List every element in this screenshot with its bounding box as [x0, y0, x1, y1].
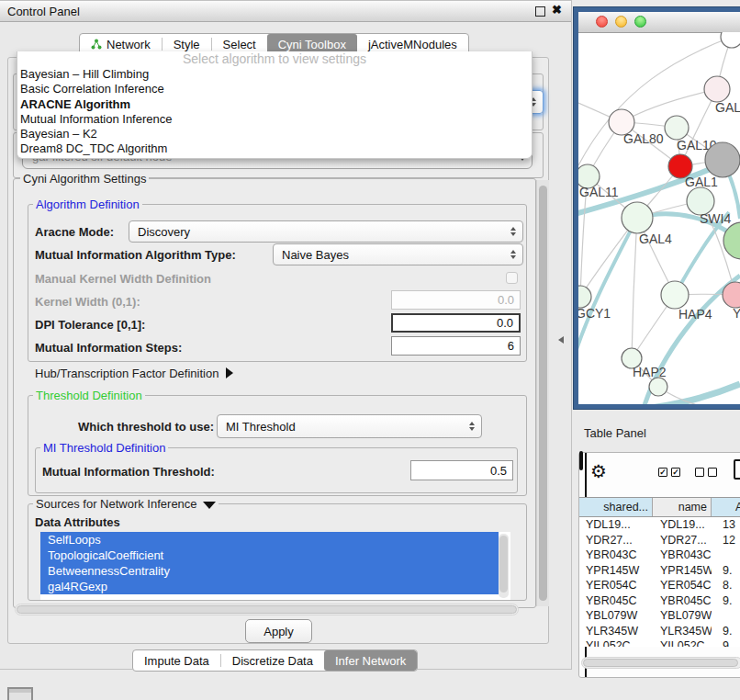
- algorithm-dropdown-list: Bayesian – Hill ClimbingBasic Correlatio…: [17, 67, 532, 157]
- dpi-tolerance-value: 0.0: [497, 316, 513, 330]
- bottom-tab-discretize-data[interactable]: Discretize Data: [221, 650, 324, 671]
- attribute-item[interactable]: BetweennessCentrality: [40, 563, 499, 579]
- table-header-row[interactable]: shared...nameA: [579, 497, 740, 517]
- attribute-item[interactable]: gal4RGexp: [40, 579, 499, 594]
- table-cell: 12: [712, 534, 740, 547]
- mi-steps-field[interactable]: 6: [391, 336, 521, 356]
- bottom-tab-label: Discretize Data: [232, 654, 313, 668]
- combo-arrows-icon: [510, 250, 516, 259]
- algorithm-option[interactable]: Dream8 DC_TDC Algorithm: [17, 141, 532, 156]
- table-cell: YDL19...: [653, 518, 712, 531]
- settings-vertical-scrollbar[interactable]: [536, 180, 549, 606]
- checked-checkbox-icon[interactable]: ✓: [658, 468, 667, 477]
- settings-horizontal-scrollbar[interactable]: [15, 604, 519, 615]
- node-label: GCY1: [578, 306, 611, 321]
- network-node[interactable]: [721, 32, 740, 48]
- close-icon[interactable]: ✖: [552, 3, 562, 17]
- column-header[interactable]: shared...: [579, 498, 653, 516]
- algorithm-option[interactable]: ARACNE Algorithm: [17, 97, 532, 112]
- mi-steps-value: 6: [508, 339, 514, 353]
- table-cell: YER054C: [579, 579, 653, 592]
- table-cell: YDL19...: [579, 518, 653, 531]
- table-row[interactable]: YDR27...YDR27...12: [579, 533, 740, 548]
- attribute-item[interactable]: TopologicalCoefficient: [40, 548, 499, 563]
- algorithm-option[interactable]: Bayesian – Hill Climbing: [17, 67, 532, 82]
- network-node[interactable]: [723, 222, 740, 259]
- table-cell: YBL079W: [653, 609, 712, 622]
- zoom-traffic-light-icon[interactable]: [634, 16, 646, 28]
- minimize-traffic-light-icon[interactable]: [615, 16, 627, 28]
- tab-label: Network: [107, 38, 151, 51]
- split-pane-collapse-icon[interactable]: [558, 336, 564, 344]
- data-attributes-list: SelfLoopsTopologicalCoefficientBetweenne…: [40, 532, 510, 600]
- bottom-tab-impute-data[interactable]: Impute Data: [133, 650, 220, 671]
- node-label: Y: [733, 306, 740, 321]
- tab-label: Cyni Toolbox: [278, 38, 346, 51]
- close-traffic-light-icon[interactable]: [596, 16, 608, 28]
- aracne-mode-combobox[interactable]: Discovery: [129, 220, 523, 243]
- attributes-scrollbar[interactable]: [499, 534, 509, 598]
- table-row[interactable]: YIL052CYIL052C9.: [579, 638, 740, 647]
- aracne-mode-value: Discovery: [138, 225, 190, 239]
- sources-toggle[interactable]: Sources for Network Inference: [33, 497, 219, 511]
- unchecked-checkbox-icon[interactable]: [695, 468, 704, 477]
- column-header[interactable]: name: [653, 498, 712, 516]
- column-layout-icon[interactable]: [579, 451, 583, 470]
- which-threshold-label: Which threshold to use:: [78, 420, 214, 434]
- hub-section-toggle[interactable]: Hub/Transcription Factor Definition: [35, 367, 233, 380]
- table-row[interactable]: YER054CYER054C8.: [579, 578, 740, 593]
- table-cell: YBR043C: [653, 548, 712, 561]
- tab-label: jActiveMNodules: [368, 38, 457, 51]
- table-row[interactable]: YBR043CYBR043C: [579, 548, 740, 563]
- column-header[interactable]: A: [712, 498, 740, 516]
- checked-checkbox-icon[interactable]: ✓: [671, 468, 680, 477]
- table-row[interactable]: YBR045CYBR045C9.: [579, 593, 740, 609]
- node-label: GAL11: [579, 185, 619, 199]
- table-row[interactable]: YLR345WYLR345W9.: [579, 624, 740, 639]
- algorithm-option[interactable]: Mutual Information Inference: [17, 112, 532, 127]
- dpi-tolerance-label: DPI Tolerance [0,1]:: [35, 318, 145, 332]
- bottom-tab-infer-network[interactable]: Infer Network: [324, 650, 417, 671]
- mi-threshold-field[interactable]: 0.5: [410, 460, 513, 480]
- tab-label: Style: [174, 38, 200, 51]
- apply-button[interactable]: Apply: [245, 619, 312, 643]
- table-horizontal-scrollbar[interactable]: [581, 657, 740, 669]
- network-node[interactable]: [705, 142, 740, 177]
- algorithm-option[interactable]: Bayesian – K2: [17, 127, 532, 141]
- apply-button-label: Apply: [263, 625, 294, 638]
- table-row[interactable]: YBL079WYBL079W: [579, 608, 740, 624]
- table-cell: YDR27...: [579, 534, 653, 547]
- network-node-gal4[interactable]: [622, 202, 653, 233]
- network-node-hap4[interactable]: [661, 281, 689, 309]
- table-panel-title: Table Panel: [584, 426, 646, 440]
- node-label: SWI4: [700, 211, 731, 226]
- mi-algorithm-type-combobox[interactable]: Naive Bayes: [273, 243, 523, 265]
- table-cell: 13: [712, 518, 740, 531]
- document-icon[interactable]: [734, 459, 740, 480]
- which-threshold-combobox[interactable]: MI Threshold: [217, 414, 482, 438]
- algorithm-option[interactable]: Basic Correlation Inference: [17, 82, 532, 96]
- kernel-width-field[interactable]: 0.0: [391, 290, 521, 310]
- network-node-gal[interactable]: [704, 76, 730, 102]
- table-cell: YBR045C: [653, 594, 712, 607]
- dpi-tolerance-field[interactable]: 0.0: [391, 313, 521, 333]
- float-window-icon[interactable]: [535, 6, 545, 17]
- table-row[interactable]: YPR145WYPR145W9.: [579, 563, 740, 579]
- network-canvas[interactable]: GALGAL80GAL10GAL1GAL11SWI4GAL4GCY1HAP4YH…: [578, 32, 740, 404]
- table-cell: 9.: [712, 594, 740, 607]
- minimized-window-icon[interactable]: [7, 687, 33, 700]
- network-node[interactable]: [649, 378, 667, 396]
- unchecked-checkbox-icon[interactable]: [708, 468, 717, 477]
- network-node-gal10[interactable]: [665, 116, 689, 140]
- manual-kernel-checkbox[interactable]: [506, 272, 518, 284]
- algorithm-dropdown-popup: Select algorithm to view settings Bayesi…: [17, 51, 533, 159]
- tab-label: Select: [223, 38, 256, 51]
- table-row[interactable]: YDL19...YDL19...13: [579, 517, 740, 533]
- node-label: GAL80: [623, 131, 664, 146]
- gear-icon[interactable]: ⚙: [590, 460, 607, 482]
- combo-arrows-icon: [469, 422, 475, 431]
- table-panel-window: ⚙ ✓ ✓ shared...nameA YDL19...YDL19...13Y…: [578, 452, 740, 678]
- attribute-item[interactable]: SelfLoops: [40, 532, 499, 548]
- network-tab-icon: [91, 39, 102, 50]
- network-node-gcy1[interactable]: [578, 286, 591, 308]
